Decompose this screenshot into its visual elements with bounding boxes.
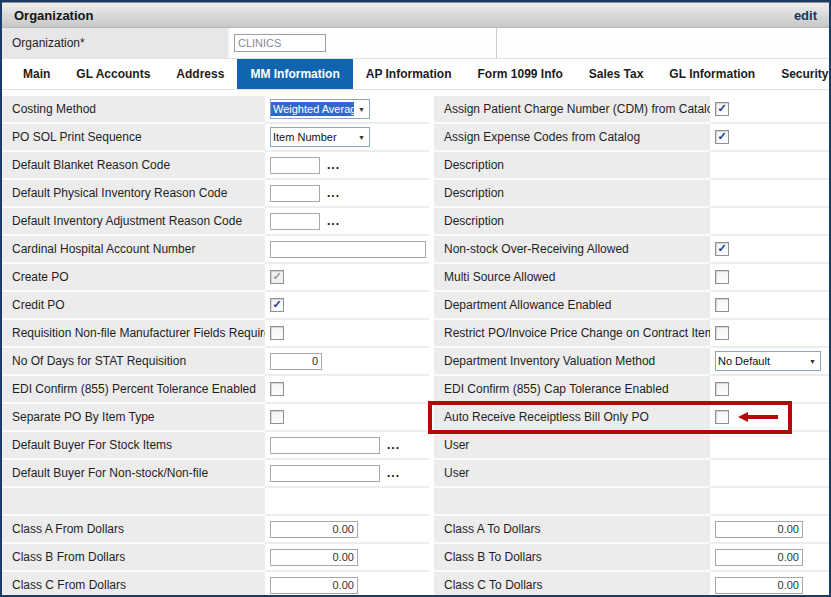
tab-gl-accounts[interactable]: GL Accounts [63, 59, 163, 89]
default-physical-inventory-reason-code-input[interactable] [270, 185, 320, 202]
class-c-from-dollars-input[interactable] [270, 577, 358, 594]
field-value-cell [710, 572, 829, 597]
lookup-ellipsis-button[interactable]: ... [327, 187, 340, 199]
field-value-cell: ... [265, 432, 429, 460]
lookup-ellipsis-button[interactable]: ... [327, 215, 340, 227]
default-buyer-for-stock-items-input[interactable] [270, 437, 380, 454]
tab-bar: MainGL AccountsAddressMM InformationAP I… [2, 59, 829, 90]
assign-expense-codes-from-catalog-checkbox[interactable]: ✓ [715, 130, 729, 144]
field-label-description: Description [434, 208, 710, 236]
field-value-cell [710, 432, 829, 460]
class-b-to-dollars-input[interactable] [715, 549, 803, 566]
checkmark-icon: ✓ [272, 299, 281, 310]
selected-option: Item Number [271, 130, 339, 144]
field-value-cell [710, 488, 829, 516]
form-row-no-of-days-for-stat-requisition: No Of Days for STAT Requisition [2, 348, 429, 376]
field-value-cell [265, 488, 429, 516]
organization-value-cell [230, 28, 497, 58]
field-label-edi-confirm-855-cap-tolerance-enabled: EDI Confirm (855) Cap Tolerance Enabled [434, 376, 710, 404]
separate-po-by-item-type-checkbox[interactable] [270, 410, 284, 424]
field-value-cell: ... [265, 152, 429, 180]
field-label-create-po: Create PO [2, 264, 265, 292]
field-label-class-b-to-dollars: Class B To Dollars [434, 544, 710, 572]
non-stock-over-receiving-allowed-checkbox[interactable]: ✓ [715, 242, 729, 256]
restrict-po-invoice-price-change-on-contract-items-checkbox[interactable] [715, 326, 729, 340]
class-c-to-dollars-input[interactable] [715, 577, 803, 594]
form-row-empty [434, 488, 829, 516]
multi-source-allowed-checkbox[interactable] [715, 270, 729, 284]
field-value-cell [265, 572, 429, 597]
po-sol-print-sequence-select[interactable]: Item Number▼ [270, 127, 370, 147]
credit-po-checkbox[interactable]: ✓ [270, 298, 284, 312]
field-label-credit-po: Credit PO [2, 292, 265, 320]
field-label-restrict-po-invoice-price-change-on-contract-items: Restrict PO/Invoice Price Change on Cont… [434, 320, 710, 348]
form-row-class-b-to-dollars: Class B To Dollars [434, 544, 829, 572]
checkmark-icon: ✓ [272, 271, 281, 282]
field-value-cell: ... [265, 180, 429, 208]
default-blanket-reason-code-input[interactable] [270, 157, 320, 174]
tab-address[interactable]: Address [163, 59, 237, 89]
form-row-edi-confirm-855-cap-tolerance-enabled: EDI Confirm (855) Cap Tolerance Enabled [434, 376, 829, 404]
default-inventory-adjustment-reason-code-input[interactable] [270, 213, 320, 230]
form-row-class-a-to-dollars: Class A To Dollars [434, 516, 829, 544]
costing-method-select[interactable]: Weighted Average▼ [270, 99, 370, 119]
field-label-edi-confirm-855-percent-tolerance-enabled: EDI Confirm (855) Percent Tolerance Enab… [2, 376, 265, 404]
organization-input[interactable] [234, 34, 326, 52]
class-a-from-dollars-input[interactable] [270, 521, 358, 538]
class-a-to-dollars-input[interactable] [715, 521, 803, 538]
lookup-ellipsis-button[interactable]: ... [387, 439, 400, 451]
field-label-class-b-from-dollars: Class B From Dollars [2, 544, 265, 572]
tab-sales-tax[interactable]: Sales Tax [576, 59, 656, 89]
department-inventory-valuation-method-select[interactable]: No Default▼ [715, 351, 821, 371]
form-row-description: Description [434, 180, 829, 208]
requisition-non-file-manufacturer-fields-required-checkbox[interactable] [270, 326, 284, 340]
field-label-assign-patient-charge-number-cdm-from-catalog: Assign Patient Charge Number (CDM) from … [434, 96, 710, 124]
form-row-separate-po-by-item-type: Separate PO By Item Type [2, 404, 429, 432]
form-row-default-buyer-for-stock-items: Default Buyer For Stock Items... [2, 432, 429, 460]
field-label-class-c-to-dollars: Class C To Dollars [434, 572, 710, 597]
default-buyer-for-non-stock-non-file-input[interactable] [270, 465, 380, 482]
form-row-requisition-non-file-manufacturer-fields-required: Requisition Non-file Manufacturer Fields… [2, 320, 429, 348]
field-label-cardinal-hospital-account-number: Cardinal Hospital Account Number [2, 236, 265, 264]
auto-receive-receiptless-bill-only-po-checkbox[interactable] [715, 410, 729, 424]
department-allowance-enabled-checkbox[interactable] [715, 298, 729, 312]
field-value-cell [265, 376, 429, 404]
field-value-cell [710, 180, 829, 208]
tab-form-1099-info[interactable]: Form 1099 Info [465, 59, 576, 89]
tab-mm-information[interactable]: MM Information [237, 59, 352, 89]
lookup-ellipsis-button[interactable]: ... [327, 159, 340, 171]
tab-ap-information[interactable]: AP Information [353, 59, 465, 89]
tab-security-codes[interactable]: Security Codes [768, 59, 831, 89]
field-value-cell [710, 544, 829, 572]
field-label-description: Description [434, 180, 710, 208]
field-label-default-inventory-adjustment-reason-code: Default Inventory Adjustment Reason Code [2, 208, 265, 236]
checkmark-icon: ✓ [717, 131, 726, 142]
cardinal-hospital-account-number-input[interactable] [270, 241, 426, 258]
lookup-ellipsis-button[interactable]: ... [387, 467, 400, 479]
field-value-cell [265, 320, 429, 348]
edi-confirm-855-percent-tolerance-enabled-checkbox[interactable] [270, 382, 284, 396]
form-row-class-c-to-dollars: Class C To Dollars [434, 572, 829, 597]
form-row-department-inventory-valuation-method: Department Inventory Valuation MethodNo … [434, 348, 829, 376]
form-row-po-sol-print-sequence: PO SOL Print SequenceItem Number▼ [2, 124, 429, 152]
edit-link[interactable]: edit [794, 8, 817, 23]
field-value-cell [265, 404, 429, 432]
form-row-user: User [434, 432, 829, 460]
form-row-default-blanket-reason-code: Default Blanket Reason Code... [2, 152, 429, 180]
form-row-cardinal-hospital-account-number: Cardinal Hospital Account Number [2, 236, 429, 264]
assign-patient-charge-number-cdm-from-catalog-checkbox[interactable]: ✓ [715, 102, 729, 116]
field-label-separate-po-by-item-type: Separate PO By Item Type [2, 404, 265, 432]
no-of-days-for-stat-requisition-input[interactable] [270, 353, 322, 370]
field-value-cell: Weighted Average▼ [265, 96, 429, 124]
field-label-class-c-from-dollars: Class C From Dollars [2, 572, 265, 597]
dropdown-arrow-icon: ▼ [354, 134, 369, 141]
edi-confirm-855-cap-tolerance-enabled-checkbox[interactable] [715, 382, 729, 396]
class-b-from-dollars-input[interactable] [270, 549, 358, 566]
tab-gl-information[interactable]: GL Information [656, 59, 768, 89]
organization-window: Organization edit Organization* MainGL A… [0, 0, 831, 597]
tab-main[interactable]: Main [10, 59, 63, 89]
field-label-description: Description [434, 152, 710, 180]
field-value-cell: ✓ [265, 264, 429, 292]
form-row-empty [2, 488, 429, 516]
red-arrow-icon [738, 412, 778, 422]
